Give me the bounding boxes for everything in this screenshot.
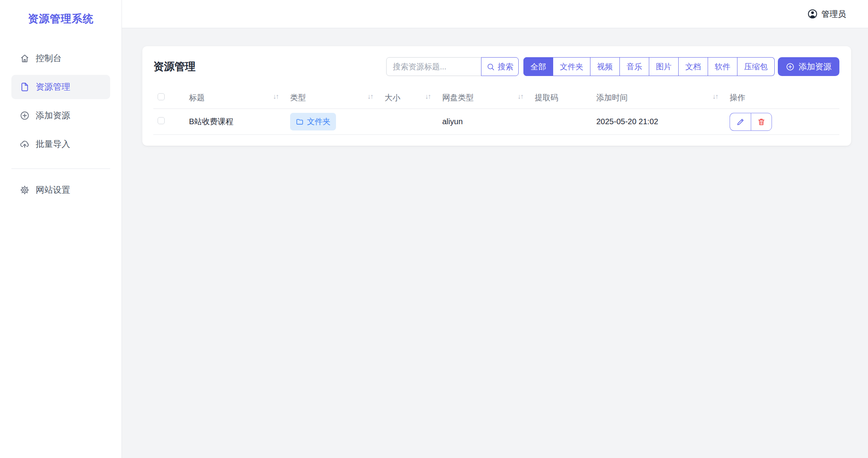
column-title: ↓↑ 标题 <box>189 89 290 109</box>
sidebar-divider <box>11 168 110 169</box>
row-checkbox[interactable] <box>158 117 165 124</box>
sort-icon[interactable]: ↓↑ <box>273 92 278 101</box>
search-input[interactable] <box>386 57 481 76</box>
sidebar-item-dashboard[interactable]: 控制台 <box>11 46 110 71</box>
column-added-at: ↓↑ 添加时间 <box>596 89 730 109</box>
filter-image[interactable]: 图片 <box>649 57 679 76</box>
user-name: 管理员 <box>821 9 846 20</box>
sidebar-item-label: 资源管理 <box>36 81 70 93</box>
cell-type: 文件夹 <box>290 109 385 135</box>
user-menu[interactable]: 管理员 <box>807 9 846 20</box>
sort-icon[interactable]: ↓↑ <box>425 92 430 101</box>
filter-music[interactable]: 音乐 <box>620 57 649 76</box>
sidebar-item-batch-import[interactable]: 批量导入 <box>11 132 110 156</box>
brand-title: 资源管理系统 <box>0 0 122 26</box>
sidebar-item-label: 批量导入 <box>36 138 70 150</box>
sort-icon[interactable]: ↓↑ <box>518 92 523 101</box>
trash-icon <box>757 118 766 126</box>
page-title: 资源管理 <box>153 60 196 74</box>
sidebar-item-label: 添加资源 <box>36 110 70 121</box>
cell-disk-type: aliyun <box>442 109 535 135</box>
filter-software[interactable]: 软件 <box>708 57 737 76</box>
resource-table: ↓↑ 标题 ↓↑ 类型 ↓↑ 大小 <box>153 89 839 135</box>
resource-management-card: 资源管理 搜索 全部 文件夹 视频 <box>142 46 851 146</box>
cell-code <box>535 109 596 135</box>
topbar: 管理员 <box>122 0 868 28</box>
filter-folder[interactable]: 文件夹 <box>553 57 590 76</box>
card-header: 资源管理 搜索 全部 文件夹 视频 <box>153 57 839 76</box>
row-action-group <box>730 113 772 131</box>
table-header-row: ↓↑ 标题 ↓↑ 类型 ↓↑ 大小 <box>153 89 839 109</box>
sidebar-item-label: 控制台 <box>36 52 62 64</box>
column-disk-type: ↓↑ 网盘类型 <box>442 89 535 109</box>
column-type: ↓↑ 类型 <box>290 89 385 109</box>
sidebar-item-add-resource[interactable]: 添加资源 <box>11 103 110 128</box>
user-circle-icon <box>807 9 818 19</box>
sidebar-item-resources[interactable]: 资源管理 <box>11 75 110 99</box>
add-resource-label: 添加资源 <box>799 61 832 72</box>
add-resource-button[interactable]: 添加资源 <box>778 57 839 76</box>
column-code: 提取码 <box>535 89 596 109</box>
sort-icon[interactable]: ↓↑ <box>367 92 373 101</box>
type-badge-label: 文件夹 <box>307 116 330 127</box>
sidebar: 资源管理系统 控制台 资源管理 添加资源 <box>0 0 122 458</box>
home-icon <box>20 53 30 63</box>
search-button[interactable]: 搜索 <box>481 57 519 76</box>
sidebar-item-site-settings[interactable]: 网站设置 <box>11 178 110 202</box>
cell-actions <box>730 109 839 135</box>
pencil-icon <box>736 118 745 126</box>
delete-button[interactable] <box>751 113 772 131</box>
cell-size <box>385 109 442 135</box>
filter-video[interactable]: 视频 <box>590 57 620 76</box>
type-filter-group: 全部 文件夹 视频 音乐 图片 文档 软件 压缩包 <box>523 57 775 76</box>
app: 资源管理系统 控制台 资源管理 添加资源 <box>0 0 868 458</box>
filter-document[interactable]: 文档 <box>679 57 708 76</box>
filter-archive[interactable]: 压缩包 <box>737 57 775 76</box>
edit-button[interactable] <box>730 113 751 131</box>
cell-added-at: 2025-05-20 21:02 <box>596 109 730 135</box>
toolbar: 搜索 全部 文件夹 视频 音乐 图片 文档 软件 压缩包 <box>386 57 839 76</box>
plus-circle-icon <box>786 62 795 71</box>
cloud-upload-icon <box>20 139 30 149</box>
table-row: B站收费课程 文件夹 aliyun <box>153 109 839 135</box>
folder-icon <box>296 118 304 126</box>
cell-title: B站收费课程 <box>189 109 290 135</box>
sidebar-item-label: 网站设置 <box>36 184 70 196</box>
plus-circle-icon <box>20 110 30 121</box>
column-size: ↓↑ 大小 <box>385 89 442 109</box>
sort-icon[interactable]: ↓↑ <box>712 92 718 101</box>
gear-icon <box>20 185 30 195</box>
document-icon <box>20 82 30 92</box>
select-all-checkbox[interactable] <box>158 93 165 100</box>
search-icon <box>487 63 495 71</box>
filter-all[interactable]: 全部 <box>523 57 553 76</box>
search-button-label: 搜索 <box>498 62 514 72</box>
column-actions: 操作 <box>730 89 839 109</box>
type-badge: 文件夹 <box>290 113 336 130</box>
main-column: 管理员 资源管理 搜索 全部 <box>122 0 868 458</box>
content-area: 资源管理 搜索 全部 文件夹 视频 <box>122 28 868 146</box>
sidebar-nav: 控制台 资源管理 添加资源 批量导入 <box>0 46 122 202</box>
